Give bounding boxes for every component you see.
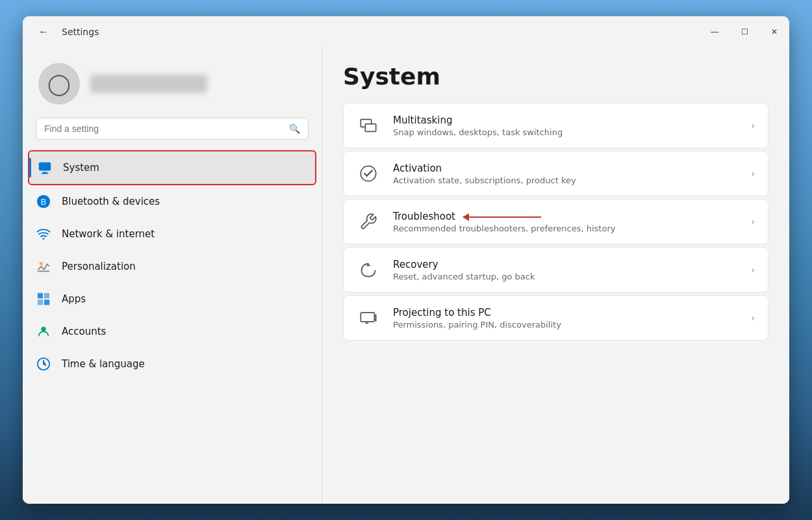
svg-rect-9	[38, 300, 43, 305]
accounts-icon	[36, 324, 51, 339]
search-container: 🔍	[23, 118, 322, 150]
activation-icon	[357, 162, 380, 185]
window-controls: — ☐ ✕	[700, 16, 789, 47]
troubleshoot-title-row: Troubleshoot	[393, 211, 738, 224]
main-content: ◯ 🔍	[23, 47, 789, 504]
maximize-button[interactable]: ☐	[730, 16, 759, 47]
svg-point-5	[43, 238, 45, 240]
troubleshoot-icon	[357, 210, 380, 233]
page-title: System	[343, 63, 768, 90]
sidebar-item-bluetooth[interactable]: B Bluetooth & devices	[23, 185, 322, 218]
setting-text-activation: Activation Activation state, subscriptio…	[393, 162, 738, 185]
search-icon: 🔍	[289, 124, 300, 134]
setting-title-activation: Activation	[393, 162, 738, 174]
sidebar: ◯ 🔍	[23, 47, 322, 504]
back-button[interactable]: ←	[33, 23, 54, 40]
svg-rect-14	[365, 124, 375, 132]
personalization-icon	[36, 259, 51, 274]
arrowhead	[463, 213, 469, 221]
sidebar-item-network[interactable]: Network & internet	[23, 218, 322, 250]
chevron-projecting: ›	[751, 313, 755, 323]
user-profile[interactable]: ◯	[23, 47, 322, 118]
content-area: System Multitasking Snap windows, deskto…	[322, 47, 789, 504]
setting-text-multitasking: Multitasking Snap windows, desktops, tas…	[393, 114, 738, 137]
recovery-icon	[357, 258, 380, 281]
setting-text-troubleshoot: Troubleshoot Recommended troubleshooters…	[393, 211, 738, 233]
close-button[interactable]: ✕	[759, 16, 789, 47]
sidebar-item-accounts[interactable]: Accounts	[23, 315, 322, 348]
search-input[interactable]	[44, 124, 284, 134]
svg-point-11	[41, 327, 45, 332]
window-title: Settings	[62, 27, 99, 37]
search-box[interactable]: 🔍	[36, 118, 309, 140]
setting-title-projecting: Projecting to this PC	[393, 307, 738, 318]
setting-item-multitasking[interactable]: Multitasking Snap windows, desktops, tas…	[343, 103, 768, 148]
titlebar: ← Settings — ☐ ✕	[23, 16, 789, 47]
setting-item-troubleshoot[interactable]: Troubleshoot Recommended troubleshooters…	[343, 199, 768, 244]
setting-title-recovery: Recovery	[393, 259, 738, 270]
svg-point-6	[40, 262, 44, 266]
username-blurred	[90, 75, 207, 93]
bluetooth-icon: B	[36, 194, 51, 209]
projecting-icon	[357, 306, 380, 330]
svg-rect-16	[361, 313, 374, 322]
setting-item-recovery[interactable]: Recovery Reset, advanced startup, go bac…	[343, 247, 768, 292]
setting-subtitle-troubleshoot: Recommended troubleshooters, preferences…	[393, 224, 738, 233]
sidebar-item-label-personalization: Personalization	[62, 261, 136, 272]
minimize-button[interactable]: —	[700, 16, 730, 47]
arrow-line	[463, 216, 541, 218]
avatar: ◯	[38, 63, 80, 105]
svg-rect-0	[39, 162, 51, 171]
svg-text:B: B	[41, 197, 47, 207]
chevron-troubleshoot: ›	[751, 216, 755, 227]
sidebar-item-label-bluetooth: Bluetooth & devices	[62, 196, 160, 207]
setting-title-troubleshoot: Troubleshoot	[393, 211, 455, 222]
svg-rect-8	[44, 293, 49, 298]
settings-window: ← Settings — ☐ ✕ ◯ 🔍	[23, 16, 789, 504]
svg-rect-10	[44, 300, 49, 305]
svg-rect-1	[42, 172, 47, 173]
setting-text-projecting: Projecting to this PC Permissions, pairi…	[393, 307, 738, 330]
system-icon	[37, 160, 53, 176]
setting-item-projecting[interactable]: Projecting to this PC Permissions, pairi…	[343, 295, 768, 341]
svg-rect-7	[38, 293, 43, 298]
setting-subtitle-recovery: Reset, advanced startup, go back	[393, 272, 738, 281]
settings-list: Multitasking Snap windows, desktops, tas…	[343, 103, 768, 341]
setting-text-recovery: Recovery Reset, advanced startup, go bac…	[393, 259, 738, 281]
sidebar-item-label-system: System	[63, 162, 99, 174]
network-icon	[36, 226, 51, 242]
user-icon: ◯	[47, 72, 71, 96]
sidebar-item-apps[interactable]: Apps	[23, 283, 322, 315]
setting-title-multitasking: Multitasking	[393, 114, 738, 126]
sidebar-item-label-network: Network & internet	[62, 228, 155, 240]
nav-list: System B Bluetooth & devices	[23, 150, 322, 493]
sidebar-item-time[interactable]: Time & language	[23, 348, 322, 380]
setting-subtitle-multitasking: Snap windows, desktops, task switching	[393, 127, 738, 137]
sidebar-item-label-time: Time & language	[62, 358, 145, 370]
sidebar-item-personalization[interactable]: Personalization	[23, 250, 322, 283]
chevron-multitasking: ›	[751, 120, 755, 131]
sidebar-item-label-apps: Apps	[62, 293, 86, 305]
chevron-activation: ›	[751, 168, 755, 179]
sidebar-item-label-accounts: Accounts	[62, 326, 106, 337]
time-icon	[36, 356, 51, 372]
red-arrow-annotation	[463, 216, 541, 218]
setting-subtitle-projecting: Permissions, pairing PIN, discoverabilit…	[393, 320, 738, 330]
sidebar-item-system[interactable]: System	[28, 150, 316, 185]
chevron-recovery: ›	[751, 265, 755, 275]
apps-icon	[36, 291, 51, 307]
setting-item-activation[interactable]: Activation Activation state, subscriptio…	[343, 151, 768, 196]
setting-subtitle-activation: Activation state, subscriptions, product…	[393, 176, 738, 185]
multitasking-icon	[357, 114, 380, 137]
svg-rect-2	[42, 173, 49, 174]
